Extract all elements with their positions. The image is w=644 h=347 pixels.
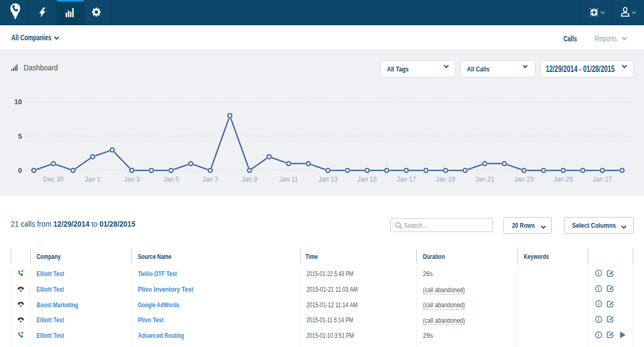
svg-text:5: 5 [18,132,22,140]
svg-text:Jan 13: Jan 13 [318,176,338,183]
svg-text:Jan 3: Jan 3 [124,176,140,183]
svg-text:10: 10 [14,98,22,106]
svg-text:Dec 30: Dec 30 [43,176,63,183]
svg-text:0: 0 [18,167,22,175]
svg-text:Jan 15: Jan 15 [357,176,377,183]
svg-text:Jan 25: Jan 25 [553,176,573,183]
svg-text:Jan 23: Jan 23 [514,176,533,183]
svg-text:Jan 5: Jan 5 [163,176,179,183]
svg-text:Jan 19: Jan 19 [436,176,455,183]
svg-text:Jan 9: Jan 9 [241,176,258,183]
svg-text:Jan 1: Jan 1 [85,176,101,183]
svg-text:Jan 17: Jan 17 [397,176,416,183]
svg-text:Jan 27: Jan 27 [592,176,612,183]
svg-text:Jan 11: Jan 11 [279,176,298,183]
svg-text:Jan 7: Jan 7 [202,176,218,183]
svg-text:Jan 21: Jan 21 [475,176,494,183]
